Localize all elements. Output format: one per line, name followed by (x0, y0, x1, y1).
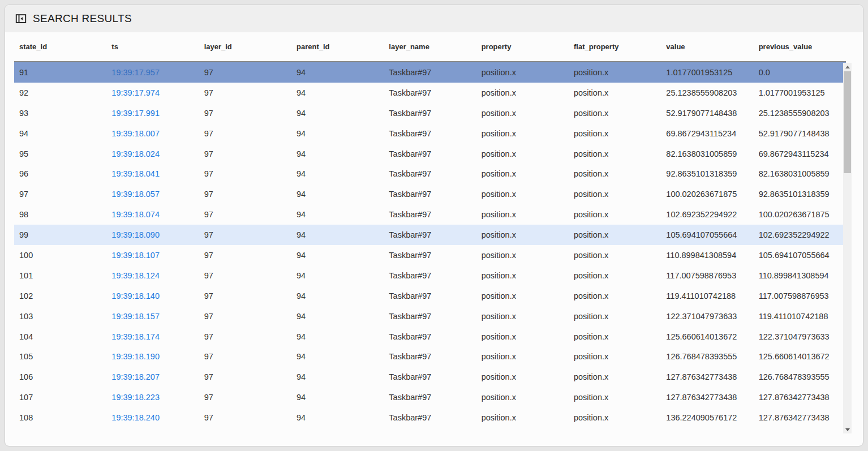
timestamp-link[interactable]: 19:39:18.140 (111, 291, 160, 300)
table-row-105[interactable]: 10519:39:18.1909794Taskbar#97position.xp… (14, 346, 846, 367)
timestamp-link[interactable]: 19:39:17.974 (111, 88, 160, 97)
cell-layer_id: 97 (199, 210, 291, 219)
table-row-91[interactable]: 9119:39:17.9579794Taskbar#97position.xpo… (14, 62, 846, 83)
cell-value: 127.876342773438 (661, 393, 753, 402)
scrollbar-thumb[interactable] (844, 71, 851, 173)
timestamp-link[interactable]: 19:39:18.207 (111, 372, 160, 381)
cell-parent_id: 94 (291, 413, 384, 422)
cell-ts: 19:39:18.074 (106, 210, 199, 219)
timestamp-link[interactable]: 19:39:18.074 (111, 210, 160, 219)
timestamp-link[interactable]: 19:39:18.041 (111, 169, 160, 178)
cell-state_id: 100 (14, 251, 106, 260)
cell-state_id: 96 (14, 169, 106, 178)
cell-flat_property: position.x (569, 88, 661, 97)
timestamp-link[interactable]: 19:39:18.223 (111, 393, 160, 402)
cell-value: 1.0177001953125 (661, 68, 753, 77)
cell-flat_property: position.x (569, 352, 661, 361)
table-row-92[interactable]: 9219:39:17.9749794Taskbar#97position.xpo… (14, 83, 846, 103)
scroll-down-button[interactable] (843, 426, 852, 433)
cell-ts: 19:39:18.157 (106, 312, 199, 321)
cell-parent_id: 94 (291, 251, 384, 260)
cell-value: 102.692352294922 (661, 210, 753, 219)
cell-property: position.x (476, 291, 569, 300)
cell-parent_id: 94 (291, 210, 384, 219)
timestamp-link[interactable]: 19:39:18.024 (111, 149, 160, 158)
cell-previous_value: 126.768478393555 (754, 372, 846, 381)
cell-previous_value: 69.8672943115234 (754, 149, 846, 158)
cell-ts: 19:39:18.190 (106, 352, 199, 361)
cell-layer_name: Taskbar#97 (384, 251, 476, 260)
cell-ts: 19:39:18.057 (106, 190, 199, 199)
timestamp-link[interactable]: 19:39:18.007 (111, 129, 160, 138)
cell-parent_id: 94 (291, 372, 384, 381)
cell-flat_property: position.x (569, 332, 661, 341)
timestamp-link[interactable]: 19:39:18.090 (111, 230, 160, 239)
cell-flat_property: position.x (569, 210, 661, 219)
cell-layer_id: 97 (199, 109, 291, 118)
cell-state_id: 98 (14, 210, 106, 219)
cell-parent_id: 94 (291, 230, 384, 239)
table-row-96[interactable]: 9619:39:18.0419794Taskbar#97position.xpo… (14, 164, 846, 184)
table-row-102[interactable]: 10219:39:18.1409794Taskbar#97position.xp… (14, 286, 846, 306)
cell-value: 105.694107055664 (661, 230, 753, 239)
scroll-up-button[interactable] (843, 63, 852, 71)
vertical-scrollbar[interactable] (843, 63, 852, 433)
cell-layer_name: Taskbar#97 (384, 129, 476, 138)
timestamp-link[interactable]: 19:39:18.107 (111, 251, 160, 260)
scroll-down-icon (845, 428, 850, 431)
column-header-state_id: state_id (14, 42, 106, 51)
cell-flat_property: position.x (569, 372, 661, 381)
column-header-parent_id: parent_id (291, 42, 384, 51)
table-row-108[interactable]: 10819:39:18.2409794Taskbar#97position.xp… (14, 407, 846, 428)
timestamp-link[interactable]: 19:39:18.174 (111, 332, 160, 341)
cell-ts: 19:39:18.140 (106, 291, 199, 300)
cell-parent_id: 94 (291, 352, 384, 361)
cell-layer_id: 97 (199, 68, 291, 77)
table-row-99[interactable]: 9919:39:18.0909794Taskbar#97position.xpo… (14, 225, 846, 245)
cell-flat_property: position.x (569, 68, 661, 77)
timestamp-link[interactable]: 19:39:18.157 (111, 312, 160, 321)
cell-layer_name: Taskbar#97 (384, 413, 476, 422)
table-row-101[interactable]: 10119:39:18.1249794Taskbar#97position.xp… (14, 265, 846, 286)
cell-previous_value: 110.899841308594 (754, 271, 846, 280)
cell-ts: 19:39:18.090 (106, 230, 199, 239)
table-row-103[interactable]: 10319:39:18.1579794Taskbar#97position.xp… (14, 306, 846, 327)
timestamp-link[interactable]: 19:39:17.991 (111, 109, 160, 118)
cell-state_id: 105 (14, 352, 106, 361)
cell-state_id: 92 (14, 88, 106, 97)
timestamp-link[interactable]: 19:39:17.957 (111, 68, 160, 77)
timestamp-link[interactable]: 19:39:18.240 (111, 413, 160, 422)
cell-property: position.x (476, 149, 569, 158)
cell-value: 117.007598876953 (661, 271, 753, 280)
table-row-94[interactable]: 9419:39:18.0079794Taskbar#97position.xpo… (14, 123, 846, 144)
cell-parent_id: 94 (291, 190, 384, 199)
table-row-93[interactable]: 9319:39:17.9919794Taskbar#97position.xpo… (14, 103, 846, 123)
timestamp-link[interactable]: 19:39:18.057 (111, 190, 160, 199)
cell-layer_id: 97 (199, 88, 291, 97)
cell-ts: 19:39:18.223 (106, 393, 199, 402)
cell-property: position.x (476, 251, 569, 260)
timestamp-link[interactable]: 19:39:18.190 (111, 352, 160, 361)
table-row-104[interactable]: 10419:39:18.1749794Taskbar#97position.xp… (14, 327, 846, 347)
table-row-98[interactable]: 9819:39:18.0749794Taskbar#97position.xpo… (14, 204, 846, 225)
column-header-value: value (661, 42, 753, 51)
table-row-97[interactable]: 9719:39:18.0579794Taskbar#97position.xpo… (14, 184, 846, 204)
table-row-100[interactable]: 10019:39:18.1079794Taskbar#97position.xp… (14, 245, 846, 265)
timestamp-link[interactable]: 19:39:18.124 (111, 271, 160, 280)
cell-layer_name: Taskbar#97 (384, 210, 476, 219)
cell-flat_property: position.x (569, 109, 661, 118)
table-row-106[interactable]: 10619:39:18.2079794Taskbar#97position.xp… (14, 367, 846, 387)
results-table: state_idtslayer_idparent_idlayer_namepro… (14, 32, 846, 428)
cell-property: position.x (476, 68, 569, 77)
cell-property: position.x (476, 129, 569, 138)
cell-parent_id: 94 (291, 88, 384, 97)
cell-parent_id: 94 (291, 149, 384, 158)
table-row-95[interactable]: 9519:39:18.0249794Taskbar#97position.xpo… (14, 144, 846, 164)
cell-state_id: 99 (14, 230, 106, 239)
cell-previous_value: 119.411010742188 (754, 312, 846, 321)
cell-layer_name: Taskbar#97 (384, 169, 476, 178)
cell-state_id: 97 (14, 190, 106, 199)
table-row-107[interactable]: 10719:39:18.2239794Taskbar#97position.xp… (14, 387, 846, 407)
cell-flat_property: position.x (569, 271, 661, 280)
table-header-row: state_idtslayer_idparent_idlayer_namepro… (14, 32, 846, 62)
